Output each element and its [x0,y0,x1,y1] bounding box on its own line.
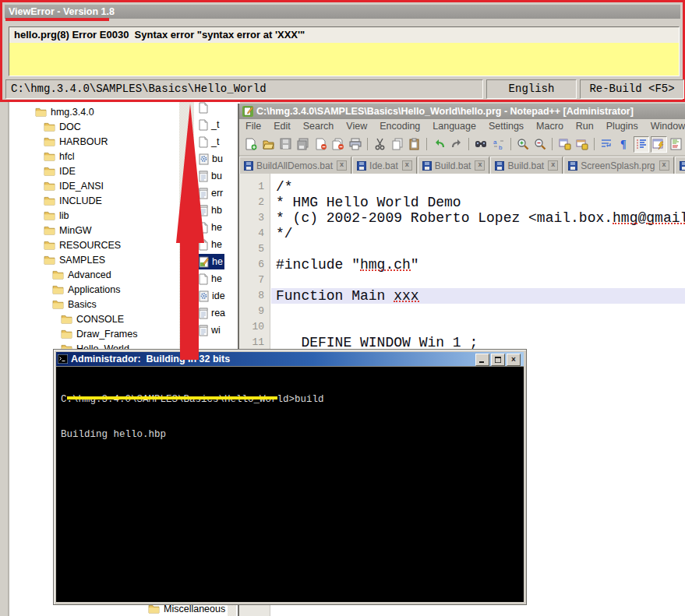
console-titlebar[interactable]: Administrador: Building in 32 bits × [56,352,524,366]
tree-item-label: RESOURCES [59,240,121,251]
file-item-wi[interactable]: wi [199,322,221,338]
tree-item-doc[interactable]: DOC [9,119,179,134]
tree-item-hmg-3-4-0[interactable]: hmg.3.4.0 [9,104,179,119]
file-item-he[interactable]: he [199,237,222,252]
tree-item-harbour[interactable]: HARBOUR [9,134,179,149]
file-item-label: ide [212,290,225,301]
menu-macro[interactable]: Macro [530,121,570,132]
close-button[interactable]: × [507,354,521,366]
file-item-ide[interactable]: ide [199,288,225,304]
file-item-rea[interactable]: rea [199,305,225,321]
code-line-6: #include "hmg.ch" [271,257,685,273]
tab-ide-bat[interactable]: Ide.batx [352,157,417,174]
menu-window[interactable]: Window [644,121,685,132]
tab-screensplash-prg[interactable]: ScreenSplash.prgx [563,157,673,174]
copy-button[interactable] [390,136,405,153]
file-item-bu[interactable]: bu [199,168,222,184]
open-file-button[interactable] [260,136,276,153]
file-item-cut[interactable] [199,102,211,115]
tab-close-icon[interactable]: x [659,160,669,171]
error-list-item[interactable]: hello.prg(8) Error E0030 Syntax error "s… [9,27,679,43]
tree-item-console[interactable]: CONSOLE [9,312,179,326]
tab-build-bat[interactable]: Build.batx [490,157,563,174]
file-item-he[interactable]: he [199,220,222,235]
tab-close-icon[interactable]: x [337,160,347,171]
word-wrap-button[interactable] [598,136,614,153]
indent-guide-button[interactable] [634,136,649,153]
notepadpp-toolbar: ab¶ [239,133,685,155]
prg-doc-icon [199,256,209,268]
cut-button[interactable] [372,136,387,153]
show-all-chars-button[interactable]: ¶ [616,136,631,153]
menu-file[interactable]: File [239,121,267,132]
document-map-button[interactable] [669,136,684,153]
tab-close-icon[interactable]: x [402,160,412,171]
minimize-button[interactable] [475,354,489,366]
toolbar-separator [510,138,511,150]
tab-build-bat[interactable]: Build.batx [418,157,490,174]
print-button[interactable] [348,136,363,153]
find-button[interactable] [473,136,489,153]
file-item-err[interactable]: err [199,185,223,201]
function-list-button[interactable] [651,136,666,153]
close-button[interactable] [312,136,328,153]
tree-item-applications[interactable]: Applications [9,282,179,297]
folder-icon [44,152,55,161]
tree-item-advanced[interactable]: Advanced [9,267,179,282]
tab-close-icon[interactable]: x [548,160,558,171]
blank-doc-icon [199,119,208,131]
undo-button[interactable] [431,136,447,153]
menu-language[interactable]: Language [426,121,482,132]
tree-item-ide[interactable]: IDE [9,164,179,178]
tree-item-include[interactable]: INCLUDE [9,193,179,208]
file-item--t[interactable]: _t [199,134,219,150]
tree-item-samples[interactable]: SAMPLES [9,252,179,267]
file-item-label: wi [211,325,221,336]
menu-settings[interactable]: Settings [482,121,530,132]
file-item-label: _t [211,136,219,147]
tab-close-icon[interactable]: x [475,160,485,171]
tab-buildalldemos-bat[interactable]: BuildAllDemos.batx [239,157,351,174]
close-all-button[interactable] [330,136,346,153]
tree-item-ide-ansi[interactable]: IDE_ANSI [9,178,179,193]
save-button[interactable] [278,136,294,153]
tree-item-resources[interactable]: RESOURCES [9,238,179,252]
tree-item-draw-frames[interactable]: Draw_Frames [9,326,179,341]
save-all-button[interactable] [295,136,311,153]
tab-mainbat-bat[interactable]: MainBat.batx [675,157,685,174]
replace-button[interactable]: ab [490,136,506,153]
maximize-button[interactable] [491,354,505,366]
tree-item-lib[interactable]: lib [9,208,179,223]
error-list[interactable]: hello.prg(8) Error E0030 Syntax error "s… [9,26,680,76]
viewerror-titlebar[interactable]: ViewError - Version 1.8 [5,5,680,19]
sync-scroll-v-button[interactable] [556,136,572,153]
file-item-label: he [212,256,223,267]
menu-search[interactable]: Search [297,121,341,132]
redo-button[interactable] [449,136,464,153]
tree-item-hfcl[interactable]: hfcl [9,149,179,164]
file-item-he[interactable]: he [199,271,222,287]
paste-button[interactable] [407,136,422,153]
file-item-hb[interactable]: hb [199,202,222,218]
file-item-label: he [211,239,222,250]
menu-run[interactable]: Run [570,121,600,132]
tree-item-basics[interactable]: Basics [9,297,179,312]
zoom-in-button[interactable] [515,136,531,153]
menu-edit[interactable]: Edit [267,121,297,132]
new-file-button[interactable] [243,136,259,153]
menu-view[interactable]: View [340,121,373,132]
file-item-bu[interactable]: bu [199,151,223,167]
spellcheck-squiggle [360,269,411,271]
sync-scroll-h-button[interactable] [574,136,590,153]
code-line-9 [271,304,685,319]
menu-encoding[interactable]: Encoding [373,121,426,132]
zoom-out-button[interactable] [532,136,548,153]
notepadpp-titlebar[interactable]: C:\hmg.3.4.0\SAMPLES\Basics\Hello_World\… [239,104,685,119]
statusbar-language-button[interactable]: English [486,79,577,99]
rebuild-button[interactable]: Re-Build <F5> [580,79,684,99]
file-item-he[interactable]: he [197,254,224,269]
menu-plugins[interactable]: Plugins [600,121,644,132]
tree-item-mingw[interactable]: MinGW [9,223,179,238]
console-output[interactable]: C:\hmg.3.4.0\SAMPLES\Basics\Hello_World>… [56,366,524,602]
file-item--t[interactable]: _t [199,117,219,132]
